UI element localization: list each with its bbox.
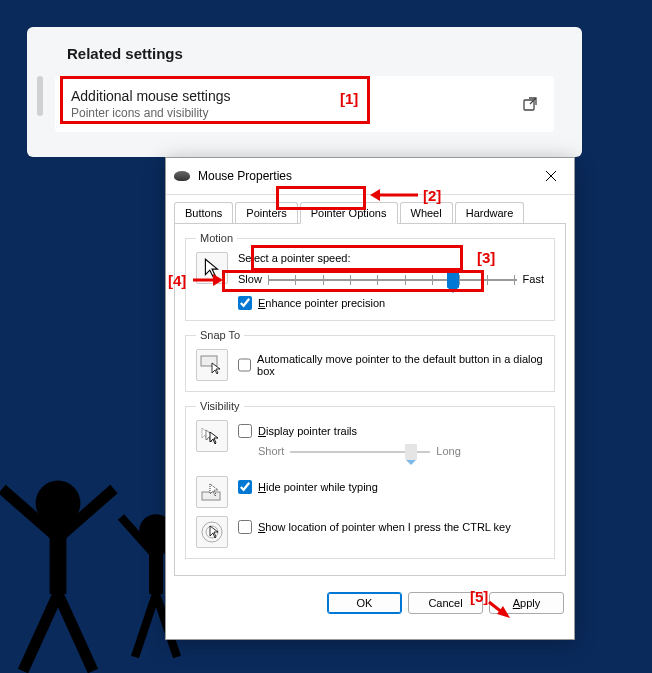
tabs-row: Buttons Pointers Pointer Options Wheel H… xyxy=(166,195,574,223)
pointer-speed-slider[interactable] xyxy=(268,270,517,288)
settings-item-title: Additional mouse settings xyxy=(71,88,522,104)
hide-while-typing-label[interactable]: Hide pointer while typing xyxy=(258,481,378,493)
close-icon xyxy=(545,170,557,182)
visibility-legend: Visibility xyxy=(196,400,244,412)
mouse-properties-dialog: Mouse Properties Buttons Pointers Pointe… xyxy=(165,157,575,640)
settings-panel: Related settings Additional mouse settin… xyxy=(27,27,582,157)
external-link-icon xyxy=(522,96,538,112)
trails-short-label: Short xyxy=(258,445,284,457)
tab-wheel[interactable]: Wheel xyxy=(400,202,453,224)
cancel-button[interactable]: Cancel xyxy=(408,592,483,614)
trails-long-label: Long xyxy=(436,445,460,457)
snap-to-group: Snap To Automatically move pointer to th… xyxy=(185,329,555,392)
slow-label: Slow xyxy=(238,273,262,285)
snap-to-checkbox[interactable] xyxy=(238,358,251,372)
tab-pointers[interactable]: Pointers xyxy=(235,202,297,224)
trails-slider xyxy=(290,442,430,460)
visibility-group: Visibility Display pointer trails Short xyxy=(185,400,555,559)
pointer-trails-checkbox[interactable] xyxy=(238,424,252,438)
snap-to-legend: Snap To xyxy=(196,329,244,341)
dialog-titlebar: Mouse Properties xyxy=(166,158,574,195)
ctrl-locate-icon xyxy=(196,516,228,548)
scroll-indicator xyxy=(37,76,43,116)
dialog-buttons-row: OK Cancel Apply xyxy=(166,584,574,622)
fast-label: Fast xyxy=(523,273,544,285)
enhance-precision-label[interactable]: Enhance pointer precision xyxy=(258,297,385,309)
tab-pointer-options[interactable]: Pointer Options xyxy=(300,202,398,224)
close-button[interactable] xyxy=(536,164,566,188)
snap-to-label[interactable]: Automatically move pointer to the defaul… xyxy=(257,353,544,377)
additional-mouse-settings-row[interactable]: Additional mouse settings Pointer icons … xyxy=(55,76,554,132)
dialog-title: Mouse Properties xyxy=(198,169,536,183)
apply-button[interactable]: Apply xyxy=(489,592,564,614)
settings-item-subtitle: Pointer icons and visibility xyxy=(71,106,522,120)
pointer-trails-label[interactable]: Display pointer trails xyxy=(258,425,357,437)
show-location-ctrl-label[interactable]: Show location of pointer when I press th… xyxy=(258,521,511,533)
snap-icon xyxy=(196,349,228,381)
tab-hardware[interactable]: Hardware xyxy=(455,202,525,224)
svg-line-10 xyxy=(135,594,156,657)
show-location-ctrl-checkbox[interactable] xyxy=(238,520,252,534)
svg-line-5 xyxy=(58,594,93,671)
dialog-body: Motion Select a pointer speed: Slow xyxy=(174,223,566,576)
hide-while-typing-checkbox[interactable] xyxy=(238,480,252,494)
enhance-precision-checkbox[interactable] xyxy=(238,296,252,310)
cursor-preview-icon xyxy=(196,252,228,284)
svg-line-4 xyxy=(23,594,58,671)
svg-rect-20 xyxy=(202,492,220,500)
motion-legend: Motion xyxy=(196,232,237,244)
mouse-icon xyxy=(174,171,190,181)
ok-button[interactable]: OK xyxy=(327,592,402,614)
motion-group: Motion Select a pointer speed: Slow xyxy=(185,232,555,321)
trails-icon xyxy=(196,420,228,452)
hide-typing-icon xyxy=(196,476,228,508)
pointer-speed-label: Select a pointer speed: xyxy=(238,252,544,264)
settings-heading: Related settings xyxy=(67,45,554,62)
tab-buttons[interactable]: Buttons xyxy=(174,202,233,224)
